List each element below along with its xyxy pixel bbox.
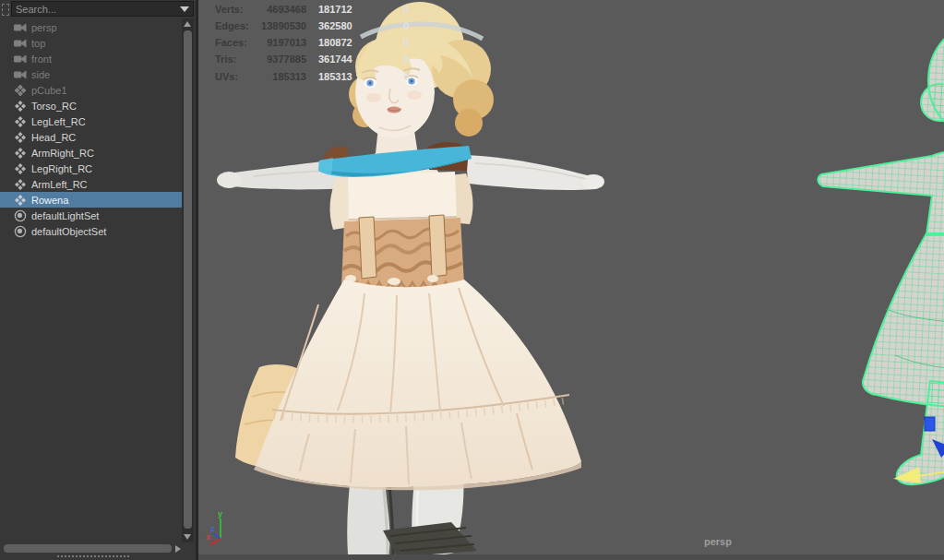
hud-scene-total: 4693468	[226, 4, 306, 15]
hud-selected-count: 362580	[318, 20, 353, 31]
outliner-item-pCube1[interactable]: pCube1	[0, 82, 182, 98]
outliner-item-label: pCube1	[31, 85, 67, 96]
outliner-item-Head_RC[interactable]: Head_RC	[0, 129, 182, 145]
z-axis-line	[213, 533, 221, 539]
hud-row-uvs: UVs: 185313 185313 0	[198, 71, 660, 83]
hud-row-faces: Faces: 9197013 180872 0	[198, 37, 660, 49]
outliner-item-label: LegLeft_RC	[31, 116, 86, 127]
hud-third-count: 0	[403, 71, 409, 82]
z-axis-label: z	[210, 524, 215, 533]
hud-row-edges: Edges: 13890530 362580 0	[198, 20, 660, 32]
wireframe-doll-model[interactable]	[803, 14, 944, 503]
x-axis-label: x	[206, 532, 210, 542]
scroll-right-icon[interactable]	[175, 545, 181, 553]
hud-scene-total: 9197013	[226, 37, 306, 48]
outliner-item-label: defaultObjectSet	[31, 226, 106, 237]
search-dropdown-icon[interactable]	[180, 6, 189, 12]
maya-window: persp top front side pCube1 Torso_RC	[0, 0, 944, 560]
search-input[interactable]	[12, 4, 180, 15]
transform-icon	[13, 115, 27, 128]
hud-selected-count: 185313	[318, 71, 353, 82]
hud-third-count: 0	[403, 4, 409, 15]
hud-selected-count: 181712	[318, 4, 353, 15]
transform-icon	[13, 100, 27, 113]
view-axis-gizmo: y x z	[206, 509, 243, 552]
outliner-item-label: front	[31, 54, 52, 65]
object-set-icon	[13, 209, 27, 222]
outliner-panel: persp top front side pCube1 Torso_RC	[0, 0, 196, 560]
scroll-up-icon[interactable]	[184, 21, 191, 27]
outliner-search-box	[11, 1, 194, 17]
outliner-item-top[interactable]: top	[0, 35, 182, 51]
outliner-item-label: side	[31, 69, 50, 80]
outliner-item-label: ArmRight_RC	[31, 148, 94, 159]
hud-selected-count: 361744	[318, 54, 353, 65]
outliner-item-ArmRight_RC[interactable]: ArmRight_RC	[0, 145, 182, 161]
outliner-item-defaultObjectSet[interactable]: defaultObjectSet	[0, 223, 182, 239]
plane-handle-blue	[925, 417, 935, 431]
outliner-item-label: LegRight_RC	[31, 163, 92, 174]
scroll-down-icon[interactable]	[184, 534, 191, 540]
camera-icon	[13, 21, 27, 34]
perspective-viewport[interactable]: Verts: 4693468 181712 0 Edges: 13890530 …	[198, 0, 944, 560]
outliner-vertical-scrollbar[interactable]	[182, 18, 194, 542]
hud-row-tris: Tris: 9377885 361744 0	[198, 54, 660, 66]
outliner-item-Torso_RC[interactable]: Torso_RC	[0, 98, 182, 113]
vertical-scroll-thumb[interactable]	[184, 30, 192, 529]
outliner-item-LegRight_RC[interactable]: LegRight_RC	[0, 161, 182, 176]
camera-name-label: persp	[704, 536, 732, 547]
outliner-item-label: ArmLeft_RC	[31, 179, 88, 190]
transform-icon	[13, 178, 27, 191]
outliner-filter-icon[interactable]	[2, 4, 9, 16]
camera-icon	[13, 68, 27, 81]
hud-scene-total: 9377885	[226, 54, 306, 65]
horizontal-scroll-thumb[interactable]	[4, 544, 172, 553]
transform-icon	[13, 162, 27, 175]
transform-icon	[13, 147, 27, 160]
outliner-item-front[interactable]: front	[0, 51, 182, 66]
poly-count-hud: Verts: 4693468 181712 0 Edges: 13890530 …	[198, 0, 660, 92]
transform-icon	[13, 131, 27, 144]
outliner-item-LegLeft_RC[interactable]: LegLeft_RC	[0, 113, 182, 129]
hud-scene-total: 13890530	[226, 20, 306, 31]
hud-third-count: 0	[403, 20, 409, 31]
outliner-item-label: persp	[31, 22, 57, 33]
hud-third-count: 0	[403, 54, 409, 65]
outliner-item-label: defaultLightSet	[31, 210, 99, 221]
hud-selected-count: 180872	[318, 37, 353, 48]
transform-icon	[13, 84, 27, 97]
hud-scene-total: 185313	[226, 71, 306, 82]
outliner-item-ArmLeft_RC[interactable]: ArmLeft_RC	[0, 176, 182, 192]
hud-third-count: 0	[403, 37, 409, 48]
outliner-item-label: top	[31, 38, 45, 49]
outliner-item-persp[interactable]: persp	[0, 19, 182, 35]
outliner-item-defaultLightSet[interactable]: defaultLightSet	[0, 208, 182, 223]
panel-resize-handle[interactable]	[57, 555, 129, 557]
viewport-bottom-edge	[198, 554, 944, 560]
outliner-tree: persp top front side pCube1 Torso_RC	[0, 19, 182, 239]
outliner-item-Rowena[interactable]: Rowena	[0, 192, 182, 208]
object-set-icon	[13, 225, 27, 238]
outliner-item-label: Head_RC	[31, 132, 76, 143]
x-axis-line	[210, 539, 221, 544]
outliner-item-label: Rowena	[31, 195, 68, 206]
camera-icon	[13, 53, 27, 66]
transform-icon	[13, 194, 27, 207]
outliner-item-side[interactable]: side	[0, 66, 182, 82]
y-axis-label: y	[218, 509, 222, 518]
camera-icon	[13, 37, 27, 50]
outliner-item-label: Torso_RC	[31, 101, 77, 112]
hud-row-verts: Verts: 4693468 181712 0	[198, 4, 660, 16]
